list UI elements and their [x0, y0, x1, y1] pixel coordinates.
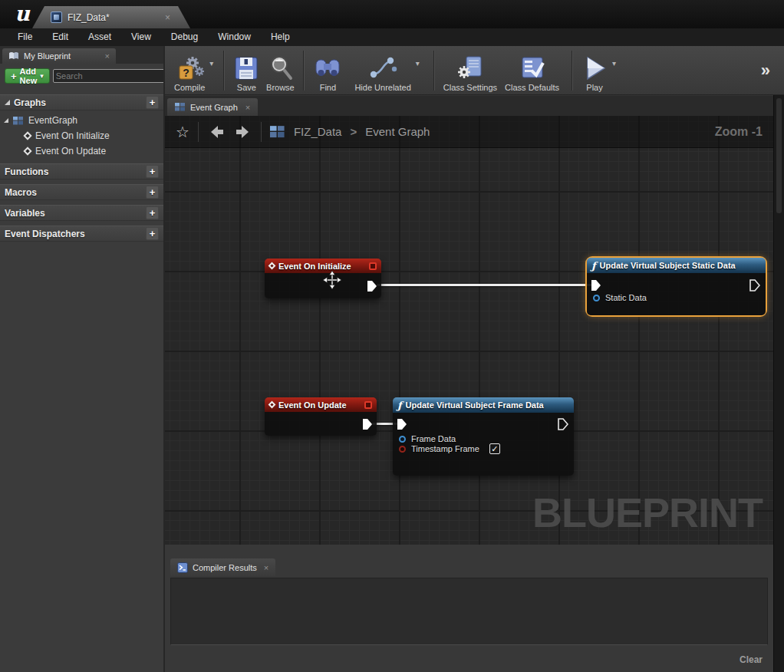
graph-nodes-icon: [367, 54, 399, 82]
toolbar-separator: [303, 51, 305, 91]
breadcrumb-root[interactable]: FIZ_Data: [294, 125, 342, 138]
chevron-down-icon[interactable]: ▾: [416, 59, 420, 68]
document-tab-bar: Event Graph ×: [165, 96, 773, 116]
hide-unrelated-label: Hide Unrelated: [354, 83, 410, 92]
exec-wire-initialize-to-static[interactable]: [377, 284, 594, 286]
tree-item-event-on-initialize[interactable]: Event On Initialize: [0, 128, 163, 143]
search-input[interactable]: [56, 71, 165, 81]
add-event-dispatcher-button[interactable]: +: [146, 227, 159, 240]
add-variable-button[interactable]: +: [146, 206, 159, 219]
menu-help[interactable]: Help: [261, 28, 300, 46]
node-body: [265, 412, 377, 436]
find-button[interactable]: Find: [313, 49, 342, 92]
close-icon[interactable]: ×: [245, 103, 250, 112]
menu-view[interactable]: View: [121, 28, 161, 46]
exec-output-pin[interactable]: [558, 418, 568, 430]
tab-my-blueprint[interactable]: My Blueprint ×: [2, 48, 116, 64]
browse-button[interactable]: Browse: [265, 49, 295, 92]
timestamp-frame-checkbox[interactable]: ✓: [489, 443, 500, 454]
class-settings-button[interactable]: Class Settings: [443, 49, 497, 92]
vertical-scrollbar[interactable]: [773, 95, 784, 672]
chevron-down-icon[interactable]: ▾: [612, 59, 616, 68]
sidebar-tab-label: My Blueprint: [24, 51, 71, 61]
favorite-star-icon[interactable]: ☆: [176, 124, 189, 140]
back-arrow-icon[interactable]: [207, 124, 226, 140]
menu-edit[interactable]: Edit: [42, 28, 78, 46]
save-button[interactable]: Save: [233, 49, 259, 92]
asset-tab-fiz-data[interactable]: FIZ_Data* ×: [32, 6, 190, 28]
section-graphs[interactable]: Graphs +: [0, 94, 163, 110]
pin-row: Frame Data: [393, 413, 574, 439]
blueprint-editor-window: u FIZ_Data* × File Edit Asset View Debug…: [0, 0, 784, 672]
class-defaults-button[interactable]: Class Defaults: [505, 49, 559, 92]
find-label: Find: [320, 83, 336, 92]
delegate-pin[interactable]: [364, 401, 372, 409]
compile-button[interactable]: ? Compile: [174, 49, 205, 92]
title-bar: u FIZ_Data* ×: [0, 0, 784, 28]
node-update-virtual-subject-frame-data[interactable]: ƒ Update Virtual Subject Frame Data Fram…: [393, 397, 574, 476]
save-label: Save: [237, 83, 256, 92]
exec-output-pin[interactable]: [362, 418, 373, 430]
exec-input-pin[interactable]: [397, 418, 407, 430]
breadcrumb-separator: >: [350, 125, 357, 138]
exec-output-pin[interactable]: [367, 280, 377, 292]
tree-item-eventgraph[interactable]: EventGraph: [0, 113, 163, 128]
my-blueprint-panel: My Blueprint × + Add New ▾ ▾ Graphs +: [0, 46, 163, 672]
node-header: ƒ Update Virtual Subject Static Data: [587, 258, 766, 273]
graphs-tree: EventGraph Event On Initialize Event On …: [0, 110, 163, 159]
node-title: Event On Initialize: [278, 262, 351, 271]
play-button[interactable]: Play: [581, 49, 608, 92]
compiler-results-panel: Compiler Results × Clear: [165, 545, 773, 672]
node-update-virtual-subject-static-data[interactable]: ƒ Update Virtual Subject Static Data Sta…: [587, 258, 766, 315]
delegate-pin[interactable]: [369, 262, 377, 270]
event-graph-icon: [13, 117, 24, 125]
function-icon: ƒ: [591, 261, 596, 271]
exec-output-pin[interactable]: [749, 279, 760, 292]
chevron-down-icon[interactable]: ▾: [209, 59, 213, 68]
section-functions[interactable]: Functions +: [0, 163, 163, 180]
blueprint-icon: [270, 126, 285, 138]
add-macro-button[interactable]: +: [146, 186, 159, 199]
tab-event-graph[interactable]: Event Graph ×: [167, 98, 258, 116]
graph-canvas[interactable]: ☆ FIZ_Data > Event Graph Zoom -1 Event O…: [165, 116, 773, 545]
section-variables[interactable]: Variables +: [0, 205, 163, 221]
play-label: Play: [586, 83, 602, 92]
expand-arrow-icon[interactable]: [5, 100, 10, 105]
add-graph-button[interactable]: +: [146, 96, 159, 109]
menu-window[interactable]: Window: [208, 28, 261, 46]
divider: [198, 122, 199, 142]
tree-item-event-on-update[interactable]: Event On Update: [0, 143, 163, 159]
node-event-on-update[interactable]: Event On Update: [265, 397, 377, 436]
data-pin-static-data[interactable]: [593, 295, 600, 301]
close-icon[interactable]: ×: [105, 51, 110, 61]
section-event-dispatchers[interactable]: Event Dispatchers +: [0, 226, 163, 242]
main-area: ? Compile ▾ Save: [165, 46, 784, 672]
add-new-button[interactable]: + Add New ▾: [5, 68, 50, 84]
zoom-level-label: Zoom -1: [715, 125, 763, 139]
pin-label: Timestamp Frame: [411, 444, 479, 453]
section-macros[interactable]: Macros +: [0, 184, 163, 200]
add-function-button[interactable]: +: [146, 165, 159, 178]
clear-button[interactable]: Clear: [740, 654, 763, 665]
event-diamond-icon: [23, 131, 31, 140]
menu-asset[interactable]: Asset: [78, 28, 121, 46]
node-body: Static Data: [587, 273, 766, 315]
pin-label: Static Data: [605, 293, 647, 302]
close-icon[interactable]: ×: [165, 12, 170, 23]
menu-debug[interactable]: Debug: [161, 28, 208, 46]
book-icon: [8, 51, 19, 61]
close-icon[interactable]: ×: [264, 563, 268, 572]
toolbar-overflow-button[interactable]: »: [761, 61, 776, 81]
expand-arrow-icon[interactable]: [4, 118, 8, 123]
data-pin-frame-data[interactable]: [399, 436, 406, 443]
scrollbar-thumb[interactable]: [776, 98, 782, 213]
menu-file[interactable]: File: [8, 28, 42, 46]
hide-unrelated-button[interactable]: Hide Unrelated: [354, 49, 410, 92]
exec-input-pin[interactable]: [591, 279, 601, 292]
sidebar-tab-row: My Blueprint ×: [0, 46, 163, 64]
data-pin-timestamp-frame[interactable]: [399, 446, 406, 453]
forward-arrow-icon[interactable]: [234, 124, 252, 140]
tab-compiler-results[interactable]: Compiler Results ×: [170, 558, 275, 576]
breadcrumb-current[interactable]: Event Graph: [365, 125, 430, 138]
search-box[interactable]: [53, 69, 177, 83]
